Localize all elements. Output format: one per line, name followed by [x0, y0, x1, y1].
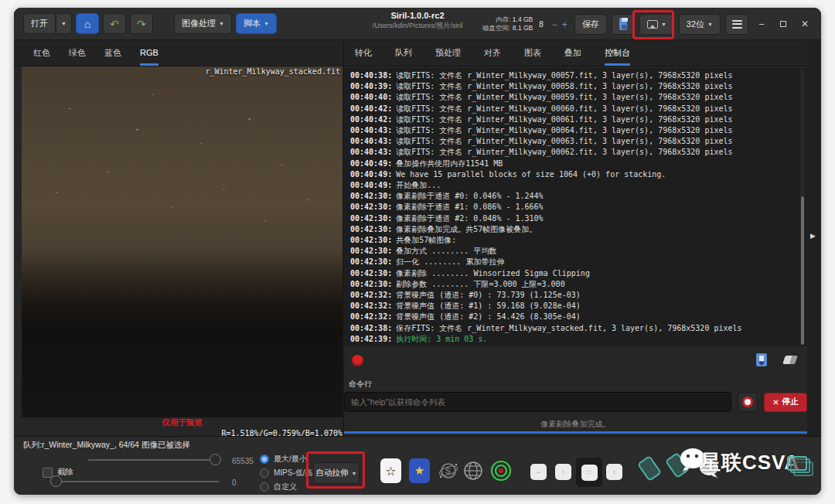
autostretch-dropdown[interactable]: 自动拉伸▼ [313, 462, 360, 484]
save-disk-icon [619, 18, 627, 30]
tab-对齐[interactable]: 对齐 [484, 40, 501, 66]
channel-tabs: 红色绿色蓝色RGB [14, 40, 343, 66]
export-log-icon[interactable] [756, 353, 767, 366]
slider-track[interactable] [88, 459, 220, 461]
console-line: 00:42:30:像素剔除于通道 #1: 0.086% - 1.666% [350, 202, 799, 213]
console-line: 00:40:38:读取FITS: 文件名 r_Winter_Milkyway_0… [350, 70, 799, 81]
undo-button[interactable]: ↶ [103, 13, 126, 34]
radio-最大/最小[interactable]: 最大/最小 [260, 454, 313, 465]
radio-label: 自定义 [274, 482, 297, 492]
close-button[interactable]: ✕ [796, 19, 813, 29]
chevron-down-icon: ▼ [219, 21, 224, 26]
chevron-down-icon: ▼ [661, 22, 666, 27]
tab-预处理[interactable]: 预处理 [435, 40, 461, 66]
scrollbar-thumb[interactable] [801, 196, 804, 345]
open-recent-dropdown[interactable]: ▼ [56, 13, 72, 34]
radio-icon[interactable] [260, 468, 269, 478]
console-line: 00:40:49:We have 15 parallel blocks of s… [350, 169, 799, 180]
radio-MIPS-低/高[interactable]: MIPS-低/高 [260, 468, 313, 478]
help-icon [742, 397, 753, 407]
plus-icon[interactable]: + [560, 19, 570, 30]
photo-stack-icon [787, 456, 813, 476]
snapshot-button[interactable]: ▼ [639, 14, 674, 35]
small-action-button-2[interactable]: ↑ [555, 464, 571, 480]
tab-队列[interactable]: 队列 [395, 40, 412, 66]
low-level-value: 0 [232, 478, 237, 487]
home-icon: ⌂ [84, 18, 90, 30]
tab-叠加[interactable]: 叠加 [564, 40, 581, 66]
tab-转化[interactable]: 转化 [355, 40, 372, 66]
tab-channel-RGB[interactable]: RGB [140, 40, 158, 66]
bit-depth-dropdown[interactable]: 32位▼ [679, 14, 721, 35]
redo-button[interactable]: ↷ [130, 13, 153, 34]
console-line: 00:42:30:像素剔除于通道 #2: 0.048% - 1.310% [350, 213, 799, 224]
star-cursor-icon[interactable]: ☆ [380, 458, 401, 483]
small-action-button-4[interactable]: ↑ [606, 464, 622, 480]
console-log[interactable]: 00:40:38:读取FITS: 文件名 r_Winter_Milkyway_0… [344, 68, 807, 346]
save-as-button[interactable] [612, 14, 635, 35]
high-level-slider[interactable] [88, 454, 220, 466]
home-button[interactable]: ⌂ [76, 13, 99, 34]
console-line: 00:42:30:共叠加57帧图像: [350, 235, 799, 246]
slider-track[interactable] [52, 481, 220, 482]
dash-icon: − [537, 468, 540, 476]
open-button[interactable]: 打开 [23, 13, 56, 34]
console-line: 00:42:30:像素剔除叠加完成。共57帧图像被叠加。 [350, 224, 799, 235]
console-line: 00:42:32:背景噪声值 (通道: #1) : 59.168 (9.028e… [350, 301, 799, 312]
photometry-target-icon[interactable] [490, 460, 512, 485]
radio-icon[interactable] [260, 482, 269, 492]
active-tool-tile[interactable]: ∷ [576, 458, 602, 487]
image-processing-menu[interactable]: 图像处理▼ [174, 13, 232, 34]
orbit-stars-icon[interactable]: S [438, 460, 459, 485]
redo-icon: ↷ [137, 18, 146, 30]
stop-button[interactable]: ✕停止 [764, 393, 807, 412]
minimize-button[interactable]: – [753, 19, 770, 29]
console-line: 00:42:32:背景噪声值 (通道: #2) : 54.426 (8.305e… [350, 312, 799, 322]
tab-channel-红色[interactable]: 红色 [33, 40, 50, 66]
thread-stepper[interactable]: −+ [550, 17, 570, 31]
save-button[interactable]: 保存 [574, 14, 607, 35]
minus-icon[interactable]: − [550, 19, 560, 30]
scripts-menu[interactable]: 脚本▼ [236, 13, 277, 34]
star-detection-icon[interactable]: ★ [409, 458, 430, 483]
console-line: 00:40:40:读取FITS: 文件名 r_Winter_Milkyway_0… [350, 92, 799, 103]
console-line: 00:40:43:读取FITS: 文件名 r_Winter_Milkyway_0… [350, 125, 799, 136]
radio-icon[interactable] [260, 455, 269, 464]
tab-控制台[interactable]: 控制台 [605, 40, 630, 66]
image-canvas[interactable]: r_Winter_Milkyway_stacked.fit [22, 66, 343, 417]
console-line: 00:40:49:开始叠加... [350, 180, 799, 191]
radio-label: 最大/最小 [274, 454, 307, 465]
undo-icon: ↶ [110, 18, 119, 30]
titlebar: 打开 ▼ ⌂ ↶ ↷ 图像处理▼ 脚本▼ Siril-1.0.0-rc2 /Us… [14, 8, 821, 40]
watermark-text: 星联CSVA [700, 449, 799, 476]
console-line: 00:40:42:读取FITS: 文件名 r_Winter_Milkyway_0… [350, 104, 799, 114]
record-indicator-icon [352, 355, 363, 366]
system-info: 内存: 1.4 GB 磁盘空间: 8.1 GB [482, 15, 533, 32]
clear-console-icon[interactable] [782, 356, 798, 364]
display-mode-radios: 最大/最小MIPS-低/高自定义 [260, 454, 313, 492]
slider-knob[interactable] [50, 475, 62, 487]
loaded-filename: r_Winter_Milkyway_stacked.fit [205, 67, 340, 76]
command-input[interactable] [344, 392, 731, 412]
slider-knob[interactable] [210, 454, 221, 465]
small-action-button-1[interactable]: − [530, 464, 547, 480]
progress-status-text: 像素剔除叠加完成。 [344, 419, 807, 430]
low-level-slider[interactable] [52, 475, 220, 488]
tab-channel-绿色[interactable]: 绿色 [69, 40, 86, 66]
chevron-down-icon: ▼ [61, 21, 66, 26]
chevron-down-icon: ▼ [707, 22, 713, 27]
chevron-down-icon: ▼ [264, 21, 269, 26]
console-line: 00:42:30:剔除参数 ........ 下限=3.000 上限=3.000 [350, 279, 799, 290]
maximize-button[interactable] [775, 19, 792, 29]
radio-自定义[interactable]: 自定义 [260, 482, 313, 492]
console-line: 00:40:49:叠加操作共使用内存11541 MB [350, 158, 799, 169]
small-action-button-3[interactable]: ∷ [581, 465, 598, 481]
expand-panel-arrow-icon[interactable]: ▶ [810, 232, 816, 240]
tab-channel-蓝色[interactable]: 蓝色 [104, 40, 121, 66]
command-help-button[interactable] [738, 392, 758, 412]
tab-图表[interactable]: 图表 [524, 40, 541, 66]
arrow-up-icon: ↑ [561, 468, 565, 476]
globe-icon[interactable] [462, 460, 484, 485]
hamburger-menu-button[interactable] [725, 14, 748, 35]
console-scrollbar[interactable] [800, 70, 805, 345]
